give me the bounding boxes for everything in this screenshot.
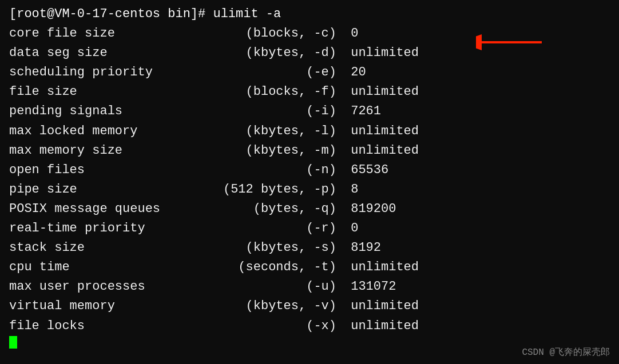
row-value: 8192 (341, 238, 381, 258)
row-unit: (blocks, -c) (192, 24, 341, 43)
cursor (9, 336, 17, 349)
prompt-text: [root@VM-0-17-centos bin]# ulimit -a (9, 5, 281, 24)
row-name: virtual memory (9, 297, 192, 316)
row-unit: (seconds, -t) (192, 258, 341, 277)
row-unit: (kbytes, -m) (192, 141, 341, 161)
row-value: unlimited (341, 317, 419, 336)
row-name: max locked memory (9, 122, 192, 141)
row-value: 20 (341, 63, 366, 82)
row-unit: (-u) (192, 277, 341, 297)
row-name: max user processes (9, 277, 192, 297)
ulimit-row: real-time priority(-r) 0 (9, 219, 610, 238)
row-value: unlimited (341, 43, 419, 63)
ulimit-row: file locks(-x) unlimited (9, 317, 610, 336)
row-name: scheduling priority (9, 63, 192, 82)
row-value: 131072 (341, 277, 396, 297)
row-unit: (blocks, -f) (192, 82, 341, 102)
row-name: pipe size (9, 180, 192, 199)
ulimit-row: POSIX message queues(bytes, -q) 819200 (9, 199, 610, 219)
row-name: pending signals (9, 102, 192, 121)
ulimit-row: scheduling priority(-e) 20 (9, 63, 610, 82)
row-name: real-time priority (9, 219, 192, 238)
row-value: 0 (341, 24, 358, 43)
ulimit-row: stack size(kbytes, -s) 8192 (9, 238, 610, 258)
ulimit-output: core file size(blocks, -c) 0data seg siz… (9, 24, 610, 336)
row-unit: (kbytes, -s) (192, 238, 341, 258)
row-value: unlimited (341, 258, 419, 277)
row-unit: (-i) (192, 102, 341, 121)
row-value: unlimited (341, 82, 419, 102)
ulimit-row: file size(blocks, -f) unlimited (9, 82, 610, 102)
arrow-icon (476, 32, 545, 53)
row-name: core file size (9, 24, 192, 43)
row-name: cpu time (9, 258, 192, 277)
row-name: max memory size (9, 141, 192, 161)
watermark: CSDN @飞奔的屎壳郎 (522, 346, 610, 358)
row-unit: (512 bytes, -p) (192, 180, 341, 199)
prompt-line: [root@VM-0-17-centos bin]# ulimit -a (9, 5, 610, 24)
row-unit: (-x) (192, 317, 341, 336)
ulimit-row: open files(-n) 65536 (9, 161, 610, 180)
ulimit-row: max memory size(kbytes, -m) unlimited (9, 141, 610, 161)
row-value: 0 (341, 219, 358, 238)
ulimit-row: virtual memory(kbytes, -v) unlimited (9, 297, 610, 316)
row-unit: (-n) (192, 161, 341, 180)
row-value: unlimited (341, 122, 419, 141)
row-value: 819200 (341, 199, 396, 219)
row-name: POSIX message queues (9, 199, 192, 219)
row-unit: (kbytes, -v) (192, 297, 341, 316)
ulimit-row: max user processes(-u) 131072 (9, 277, 610, 297)
row-value: unlimited (341, 297, 419, 316)
row-value: 8 (341, 180, 358, 199)
row-name: data seg size (9, 43, 192, 63)
row-name: stack size (9, 238, 192, 258)
row-name: open files (9, 161, 192, 180)
row-value: 7261 (341, 102, 381, 121)
row-unit: (kbytes, -d) (192, 43, 341, 63)
row-unit: (-e) (192, 63, 341, 82)
arrow-annotation (476, 32, 545, 53)
row-value: unlimited (341, 141, 419, 161)
ulimit-row: cpu time(seconds, -t) unlimited (9, 258, 610, 277)
row-unit: (-r) (192, 219, 341, 238)
row-value: 65536 (341, 161, 388, 180)
terminal-window: [root@VM-0-17-centos bin]# ulimit -a cor… (0, 0, 619, 364)
row-unit: (kbytes, -l) (192, 122, 341, 141)
row-unit: (bytes, -q) (192, 199, 341, 219)
row-name: file size (9, 82, 192, 102)
row-name: file locks (9, 317, 192, 336)
ulimit-row: max locked memory(kbytes, -l) unlimited (9, 122, 610, 141)
ulimit-row: pending signals(-i) 7261 (9, 102, 610, 121)
cursor-line (9, 336, 610, 349)
ulimit-row: pipe size(512 bytes, -p) 8 (9, 180, 610, 199)
